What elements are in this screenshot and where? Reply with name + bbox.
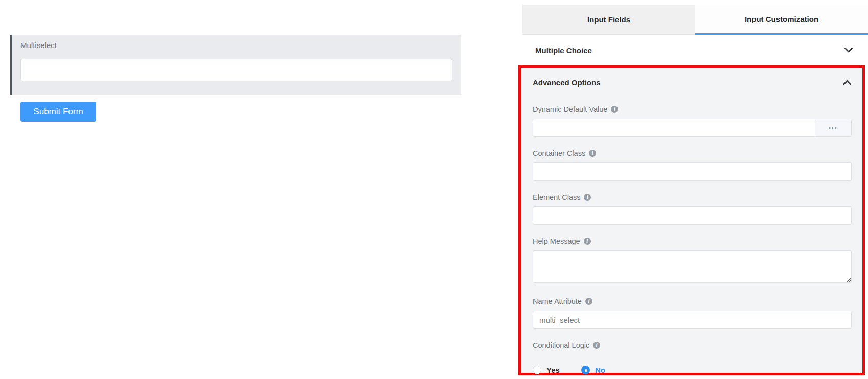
field-label-text: Dynamic Default Value: [533, 105, 607, 113]
tab-input-customization[interactable]: Input Customization: [695, 5, 868, 35]
settings-tabbar: Input Fields Input Customization: [522, 5, 868, 35]
dynamic-default-value-input[interactable]: [533, 119, 815, 136]
field-label-text: Name Attribute: [533, 297, 582, 305]
advanced-options-title: Advanced Options: [533, 78, 601, 87]
dynamic-value-more-button[interactable]: •••: [815, 119, 851, 136]
element-class-input[interactable]: [533, 206, 852, 225]
field-conditional-logic: Conditional Logic Yes No: [533, 340, 854, 375]
field-label: Help Message: [533, 236, 854, 246]
info-icon[interactable]: [585, 298, 592, 305]
advanced-options-section-header[interactable]: Advanced Options: [533, 78, 854, 87]
info-icon[interactable]: [584, 238, 591, 245]
chevron-down-icon[interactable]: [844, 48, 853, 53]
field-dynamic-default-value: Dynamic Default Value •••: [533, 104, 854, 137]
info-icon[interactable]: [589, 150, 596, 157]
field-container-class: Container Class: [533, 148, 854, 181]
field-label: Container Class: [533, 148, 854, 158]
conditional-logic-radio-group: Yes No: [533, 365, 854, 375]
radio-option-no[interactable]: No: [581, 366, 605, 374]
radio-label-no: No: [595, 366, 605, 374]
dynamic-default-value-group: •••: [533, 119, 852, 137]
radio-checked-icon[interactable]: [581, 366, 590, 374]
info-icon[interactable]: [584, 194, 591, 201]
radio-unchecked-icon[interactable]: [533, 366, 541, 374]
field-label-text: Help Message: [533, 237, 580, 245]
field-label: Element Class: [533, 192, 854, 202]
advanced-options-section: Advanced Options Dynamic Default Value •…: [518, 65, 865, 375]
multiselect-field-label: Multiselect: [20, 41, 57, 50]
container-class-input[interactable]: [533, 162, 852, 181]
tab-input-fields[interactable]: Input Fields: [522, 5, 695, 35]
field-label: Dynamic Default Value: [533, 104, 854, 114]
field-help-message: Help Message: [533, 236, 854, 285]
info-icon[interactable]: [593, 342, 600, 349]
chevron-up-icon[interactable]: [843, 80, 851, 85]
field-name-attribute: Name Attribute: [533, 296, 854, 329]
field-label: Name Attribute: [533, 296, 854, 306]
multiple-choice-title: Multiple Choice: [535, 46, 592, 55]
field-label-text: Conditional Logic: [533, 341, 589, 349]
help-message-textarea[interactable]: [533, 250, 852, 283]
field-label-text: Element Class: [533, 193, 580, 201]
field-label: Conditional Logic: [533, 340, 854, 350]
radio-label-yes: Yes: [546, 366, 560, 374]
name-attribute-input[interactable]: [533, 311, 852, 329]
submit-form-button[interactable]: Submit Form: [20, 102, 96, 122]
multiselect-field-input[interactable]: [20, 59, 452, 81]
field-element-class: Element Class: [533, 192, 854, 225]
field-label-text: Container Class: [533, 149, 585, 157]
multiple-choice-section-header[interactable]: Multiple Choice: [522, 35, 868, 65]
radio-option-yes[interactable]: Yes: [533, 366, 560, 374]
info-icon[interactable]: [611, 106, 618, 113]
